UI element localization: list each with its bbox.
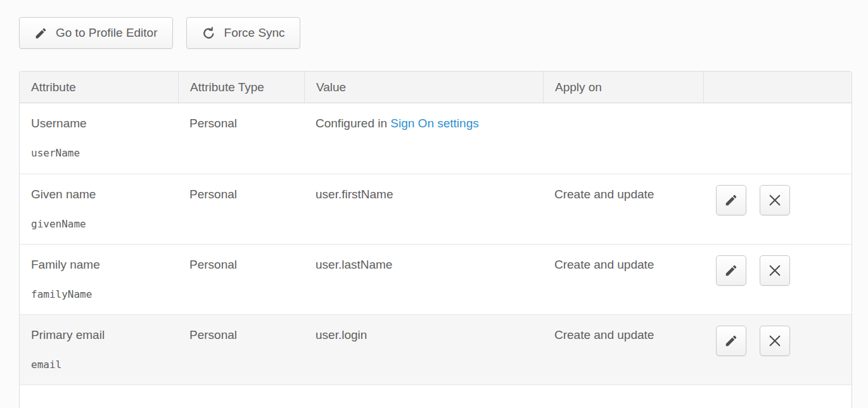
edit-attribute-button[interactable] — [716, 185, 746, 215]
actions-cell — [703, 174, 852, 244]
delete-attribute-button[interactable] — [760, 326, 790, 356]
attribute-label: Username — [31, 117, 172, 131]
attribute-label: Family name — [31, 258, 172, 272]
header-apply-on: Apply on — [543, 72, 703, 103]
force-sync-button[interactable]: Force Sync — [186, 17, 300, 49]
x-icon — [768, 264, 782, 277]
attribute-cell: Family name familyName — [20, 245, 178, 314]
table-row-given-name: Given name givenName Personal user.first… — [20, 174, 852, 244]
value-cell: Configured in Sign On settings — [304, 103, 543, 174]
table-header-row: Attribute Attribute Type Value Apply on — [20, 72, 852, 103]
pencil-icon — [34, 27, 48, 40]
refresh-icon — [201, 26, 216, 41]
attribute-name: familyName — [31, 288, 172, 300]
header-attribute-type: Attribute Type — [178, 72, 304, 103]
apply-on-cell: Create and update — [543, 245, 703, 314]
delete-attribute-button[interactable] — [760, 255, 790, 286]
value-cell: user.firstName — [304, 174, 543, 244]
pencil-icon — [724, 264, 738, 277]
delete-attribute-button[interactable] — [760, 185, 790, 215]
attribute-name: email — [31, 359, 172, 371]
sign-on-settings-link[interactable]: Sign On settings — [390, 117, 478, 130]
header-value: Value — [304, 72, 543, 103]
table-row-primary-email: Primary email email Personal user.login … — [20, 314, 852, 385]
attribute-type-cell: Personal — [178, 174, 304, 244]
header-attribute: Attribute — [20, 72, 178, 103]
apply-on-cell: Create and update — [543, 174, 703, 244]
actions-cell — [703, 315, 852, 385]
attribute-label: Primary email — [31, 328, 172, 342]
attribute-cell: Given name givenName — [20, 174, 178, 244]
attribute-type-cell: Personal — [178, 245, 304, 314]
actions-cell — [703, 103, 852, 174]
table-row-partial — [20, 385, 852, 408]
pencil-icon — [724, 334, 738, 348]
go-to-profile-editor-label: Go to Profile Editor — [56, 26, 158, 40]
attribute-type-cell: Personal — [178, 103, 304, 174]
x-icon — [768, 193, 782, 207]
value-prefix: Configured in — [316, 117, 390, 130]
header-actions — [703, 72, 852, 103]
table-row-family-name: Family name familyName Personal user.las… — [20, 244, 852, 314]
edit-attribute-button[interactable] — [716, 255, 746, 286]
attribute-mapping-table: Attribute Attribute Type Value Apply on … — [19, 71, 852, 408]
attribute-name: givenName — [31, 218, 172, 230]
attribute-cell: Primary email email — [20, 315, 178, 385]
apply-on-cell — [543, 103, 703, 174]
edit-attribute-button[interactable] — [716, 326, 746, 356]
actions-cell — [703, 245, 852, 314]
value-cell: user.lastName — [304, 245, 543, 314]
apply-on-cell: Create and update — [543, 315, 703, 385]
pencil-icon — [724, 193, 738, 207]
attribute-name: userName — [31, 147, 172, 159]
toolbar: Go to Profile Editor Force Sync — [19, 17, 300, 49]
value-cell: user.login — [304, 315, 543, 385]
attribute-label: Given name — [31, 188, 172, 201]
force-sync-label: Force Sync — [224, 26, 285, 40]
attribute-type-cell: Personal — [178, 315, 304, 385]
attribute-cell: Username userName — [20, 103, 178, 174]
go-to-profile-editor-button[interactable]: Go to Profile Editor — [19, 17, 173, 49]
x-icon — [768, 334, 782, 348]
table-row-username: Username userName Personal Configured in… — [20, 103, 852, 174]
